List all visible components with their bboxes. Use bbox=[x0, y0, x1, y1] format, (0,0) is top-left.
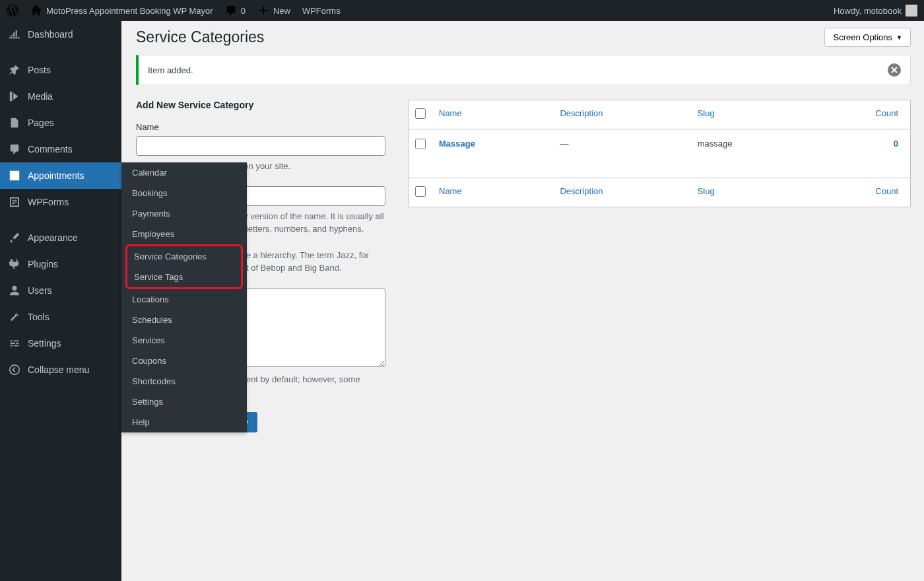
submenu-shortcodes[interactable]: Shortcodes bbox=[121, 371, 247, 392]
plug-icon bbox=[8, 257, 21, 271]
sidebar-item-tools[interactable]: Tools bbox=[0, 304, 121, 330]
row-slug: massage bbox=[691, 129, 808, 178]
sidebar-item-wpforms[interactable]: WPForms bbox=[0, 189, 121, 215]
svg-point-7 bbox=[10, 365, 19, 374]
submenu-bookings[interactable]: Bookings bbox=[121, 183, 247, 203]
page-title: Service Categories bbox=[136, 28, 264, 46]
col-description[interactable]: Description bbox=[560, 108, 603, 118]
row-name-link[interactable]: Massage bbox=[439, 139, 475, 149]
sidebar-item-collapse[interactable]: Collapse menu bbox=[0, 357, 121, 383]
sidebar-item-settings[interactable]: Settings bbox=[0, 330, 121, 357]
plus-icon bbox=[257, 5, 269, 17]
highlight-box: Service Categories Service Tags bbox=[125, 244, 243, 289]
submenu-employees[interactable]: Employees bbox=[121, 224, 247, 244]
select-all-checkbox-foot[interactable] bbox=[415, 186, 426, 197]
col-name-foot[interactable]: Name bbox=[439, 186, 462, 196]
name-input[interactable] bbox=[136, 136, 385, 156]
sidebar-item-posts[interactable]: Posts bbox=[0, 57, 121, 83]
submenu-calendar[interactable]: Calendar bbox=[121, 162, 247, 183]
admin-sidebar: Dashboard Posts Media Pages Comments App… bbox=[0, 21, 121, 459]
submenu-help[interactable]: Help bbox=[121, 412, 247, 432]
categories-table: Name Description Slug Count Massage — ma… bbox=[408, 100, 911, 207]
page-icon bbox=[8, 116, 21, 129]
new-label: New bbox=[273, 6, 290, 16]
sidebar-item-appointments[interactable]: Appointments bbox=[0, 162, 121, 189]
select-all-checkbox[interactable] bbox=[415, 108, 426, 119]
submenu-services[interactable]: Services bbox=[121, 330, 247, 351]
svg-point-6 bbox=[12, 286, 16, 290]
brush-icon bbox=[8, 231, 21, 244]
site-home-link[interactable]: MotoPress Appointment Booking WP Mayor bbox=[30, 5, 213, 17]
col-count[interactable]: Count bbox=[875, 108, 898, 118]
sidebar-item-media[interactable]: Media bbox=[0, 83, 121, 110]
user-icon bbox=[8, 284, 21, 297]
sidebar-item-appearance[interactable]: Appearance bbox=[0, 224, 121, 251]
submenu-payments[interactable]: Payments bbox=[121, 203, 247, 224]
success-notice: Item added. bbox=[136, 55, 911, 85]
dismiss-notice-button[interactable] bbox=[888, 63, 901, 77]
form-heading: Add New Service Category bbox=[136, 100, 385, 110]
new-link[interactable]: New bbox=[257, 5, 290, 17]
collapse-icon bbox=[8, 363, 21, 376]
close-icon bbox=[891, 67, 898, 73]
col-description-foot[interactable]: Description bbox=[560, 186, 603, 196]
media-icon bbox=[8, 90, 21, 103]
row-description: — bbox=[553, 129, 690, 178]
sliders-icon bbox=[8, 337, 21, 350]
wpforms-link[interactable]: WPForms bbox=[302, 6, 341, 16]
name-label: Name bbox=[136, 122, 385, 132]
form-icon bbox=[8, 195, 21, 209]
comment-icon bbox=[8, 143, 21, 156]
submenu-settings[interactable]: Settings bbox=[121, 392, 247, 412]
pin-icon bbox=[8, 63, 21, 77]
notice-text: Item added. bbox=[148, 65, 193, 75]
submenu-service-categories[interactable]: Service Categories bbox=[127, 246, 241, 267]
comments-link[interactable]: 0 bbox=[225, 5, 246, 17]
site-title: MotoPress Appointment Booking WP Mayor bbox=[46, 6, 213, 16]
col-count-foot[interactable]: Count bbox=[875, 186, 898, 196]
comments-count: 0 bbox=[241, 6, 246, 16]
screen-options-button[interactable]: Screen Options ▼ bbox=[824, 28, 911, 47]
appointments-submenu: Calendar Bookings Payments Employees Ser… bbox=[121, 162, 247, 432]
home-icon bbox=[30, 5, 42, 17]
account-link[interactable]: Howdy, motobook bbox=[834, 5, 917, 17]
comment-icon bbox=[225, 5, 237, 17]
row-checkbox[interactable] bbox=[415, 139, 426, 149]
sidebar-item-plugins[interactable]: Plugins bbox=[0, 251, 121, 277]
sidebar-item-users[interactable]: Users bbox=[0, 277, 121, 304]
submenu-service-tags[interactable]: Service Tags bbox=[127, 267, 241, 287]
col-slug-foot[interactable]: Slug bbox=[698, 186, 715, 196]
sidebar-item-comments[interactable]: Comments bbox=[0, 136, 121, 162]
admin-bar: MotoPress Appointment Booking WP Mayor 0… bbox=[0, 0, 924, 21]
submenu-schedules[interactable]: Schedules bbox=[121, 310, 247, 330]
table-row: Massage — massage 0 bbox=[409, 129, 911, 178]
wrench-icon bbox=[8, 310, 21, 324]
wordpress-icon bbox=[7, 5, 18, 17]
howdy-text: Howdy, motobook bbox=[834, 6, 902, 16]
sidebar-item-dashboard[interactable]: Dashboard bbox=[0, 21, 121, 48]
wp-logo-link[interactable] bbox=[7, 5, 18, 17]
col-slug[interactable]: Slug bbox=[698, 108, 715, 118]
sidebar-item-pages[interactable]: Pages bbox=[0, 110, 121, 136]
chevron-down-icon: ▼ bbox=[896, 34, 902, 41]
row-count-link[interactable]: 0 bbox=[894, 139, 898, 149]
col-name[interactable]: Name bbox=[439, 108, 462, 118]
submenu-locations[interactable]: Locations bbox=[121, 289, 247, 310]
submenu-coupons[interactable]: Coupons bbox=[121, 351, 247, 371]
calendar-icon bbox=[8, 169, 21, 182]
avatar bbox=[906, 5, 917, 17]
dashboard-icon bbox=[8, 28, 21, 41]
